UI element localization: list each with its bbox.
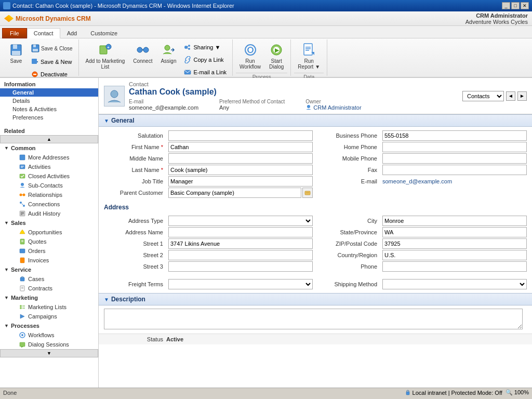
street1-input[interactable] [168,238,313,249]
nav-item-activities[interactable]: Activities [0,162,98,171]
addressname-row: Address Name [104,227,313,238]
nav-item-sub-contacts[interactable]: Sub-Contacts [0,181,98,190]
section-description-icon: ▼ [104,297,109,302]
section-description-header[interactable]: ▼ Description [99,293,532,305]
address-right-col: City State/Province ZIP/Postal Code Coun… [318,215,527,272]
street2-input[interactable] [168,250,313,260]
nav-item-notes-activities[interactable]: Notes & Activities [0,105,98,113]
maximize-btn[interactable]: □ [511,2,520,9]
nav-group-processes[interactable]: ▼ Processes [0,321,98,330]
description-textarea[interactable] [104,309,523,329]
start-dialog-button[interactable]: ▶ StartDialog [265,41,287,72]
nav-group-service[interactable]: ▼ Service [0,265,98,274]
svg-point-20 [184,46,188,49]
nav-item-details[interactable]: Details [0,97,98,105]
description-area [99,305,532,334]
entity-dropdown[interactable]: Contacts [462,91,504,101]
stateprovince-input[interactable] [382,227,527,237]
nav-item-orders[interactable]: Orders [0,246,98,256]
nav-item-dialog-sessions[interactable]: Dialog Sessions [0,340,98,349]
nav-item-cases[interactable]: Cases [0,274,98,284]
nav-item-preferences[interactable]: Preferences [0,113,98,122]
svg-point-19 [165,45,170,50]
nav-prev-btn[interactable]: ◄ [506,91,515,101]
salutation-input[interactable] [168,130,313,141]
crm-user-name: CRM Administrator [466,12,528,19]
countryregion-input[interactable] [382,250,527,260]
tab-add[interactable]: Add [60,28,84,38]
shippingmethod-select[interactable] [382,279,527,289]
svg-point-41 [21,183,24,186]
save-close-button[interactable]: Save & Close [28,42,75,55]
nav-item-connections[interactable]: Connections [0,200,98,209]
copy-link-button[interactable]: Copy a Link [181,54,229,65]
middlename-input[interactable] [168,153,313,164]
contact-owner-value[interactable]: CRM Administrator [305,104,361,111]
nav-scroll-down[interactable]: ▼ [0,349,98,357]
firstname-input[interactable] [168,142,313,152]
nav-item-invoices[interactable]: Invoices [0,256,98,265]
svg-rect-33 [305,48,311,49]
parentcustomer-input[interactable] [168,188,301,198]
homephone-input[interactable] [382,142,527,152]
contact-owner-label: Owner [305,99,361,104]
email-link-label: E-mail a Link [193,69,227,75]
assign-button[interactable]: Assign [157,41,180,66]
nav-item-quotes[interactable]: Quotes [0,237,98,246]
nav-item-workflows[interactable]: Workflows [0,330,98,340]
nav-scroll-up[interactable]: ▲ [0,135,98,143]
city-input[interactable] [382,216,527,226]
run-workflow-button[interactable]: RunWorkflow [236,41,264,72]
nav-item-contracts[interactable]: Contracts [0,284,98,293]
run-report-button[interactable]: RunReport ▼ [294,41,324,72]
addressname-input[interactable] [168,227,313,237]
nav-item-general[interactable]: General [0,88,98,97]
tab-customize[interactable]: Customize [84,28,124,38]
fax-input[interactable] [382,165,527,175]
invoices-icon [19,257,26,264]
svg-rect-31 [304,44,312,55]
parentcustomer-lookup-btn[interactable] [302,188,313,198]
save-new-button[interactable]: Save & New [28,56,75,68]
status-label: Status [104,336,166,342]
title-bar-controls[interactable]: _ □ ✕ [502,2,529,9]
nav-item-closed-activities[interactable]: Closed Activities [0,171,98,181]
section-general-header[interactable]: ▼ General [99,114,532,127]
svg-rect-37 [20,165,25,169]
businessphone-input[interactable] [382,130,527,141]
jobtitle-input[interactable] [168,176,313,187]
zippostal-input[interactable] [382,238,527,249]
email-link[interactable]: someone_d@example.com [382,178,452,184]
minimize-btn[interactable]: _ [502,2,510,9]
save-new-icon [31,58,39,66]
ribbon-group-data: RunReport ▼ Data [291,39,327,76]
street3-input[interactable] [168,261,313,272]
nav-item-marketing-lists[interactable]: Marketing Lists [0,302,98,312]
nav-next-btn[interactable]: ► [517,91,527,101]
save-button[interactable]: Save [5,41,27,66]
contact-preferred-label: Preferred Method of Contact [219,99,285,104]
freightterms-select[interactable] [168,279,313,289]
nav-item-campaigns[interactable]: Campaigns [0,312,98,321]
nav-group-marketing[interactable]: ▼ Marketing [0,293,98,302]
lastname-input[interactable] [168,165,313,175]
nav-item-more-addresses[interactable]: More Addresses [0,153,98,162]
connect-button[interactable]: Connect [129,41,156,66]
nav-item-audit-history[interactable]: Audit History [0,209,98,218]
homephone-label: Home Phone [318,144,380,150]
processes-label: Processes [11,323,39,329]
phone-input[interactable] [382,261,527,272]
tab-contact[interactable]: Contact [27,28,60,38]
add-marketing-button[interactable]: + Add to MarketingList [82,41,129,72]
sharing-button[interactable]: Sharing ▼ [181,42,229,53]
nav-item-opportunities[interactable]: Opportunities [0,228,98,237]
email-link-button[interactable]: E-mail a Link [181,66,229,78]
tab-file[interactable]: File [2,28,27,38]
addresstype-select[interactable] [168,216,313,226]
countryregion-label: Country/Region [318,252,380,258]
nav-item-relationships[interactable]: Relationships [0,190,98,200]
nav-group-sales[interactable]: ▼ Sales [0,218,98,228]
close-btn[interactable]: ✕ [521,2,529,9]
nav-group-common[interactable]: ▼ Common [0,143,98,153]
mobilephone-input[interactable] [382,153,527,164]
